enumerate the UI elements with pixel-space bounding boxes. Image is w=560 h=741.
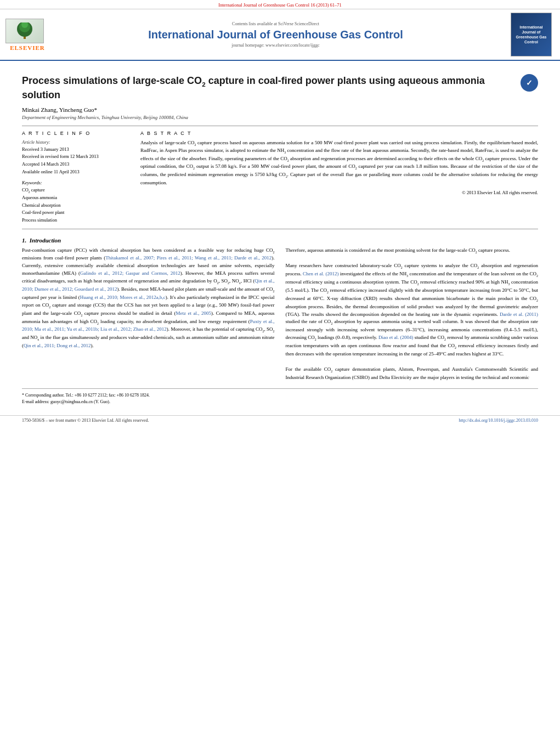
- main-content: Process simulations of large-scale CO2 c…: [0, 61, 560, 411]
- doi-text: http://dx.doi.org/10.1016/j.ijggc.2013.0…: [459, 418, 538, 423]
- keywords-list: CO2 capture Aqueous ammonia Chemical abs…: [22, 186, 132, 224]
- section-1-title: 1. Introduction: [22, 237, 538, 244]
- article-info-heading: A R T I C L E I N F O: [22, 131, 132, 136]
- article-title-section: Process simulations of large-scale CO2 c…: [22, 74, 538, 102]
- footnote-asterisk: * Corresponding author. Tel.: +86 10 627…: [22, 392, 538, 399]
- copyright-line: © 2013 Elsevier Ltd. All rights reserved…: [140, 190, 538, 195]
- elsevier-image: [5, 19, 44, 43]
- section-divider-1: [22, 126, 538, 126]
- footnote-area: * Corresponding author. Tel.: +86 10 627…: [22, 388, 538, 405]
- sciverse-link: Contents lists available at SciVerse Sci…: [49, 21, 502, 26]
- body-text-left: Post-combustion capture (PCC) with chemi…: [22, 247, 275, 350]
- article-title: Process simulations of large-scale CO2 c…: [22, 74, 514, 102]
- bottom-bar: 1750-5836/$ – see front matter © 2013 El…: [0, 415, 560, 425]
- affiliation-line: Department of Engineering Mechanics, Tsi…: [22, 115, 538, 120]
- journal-homepage: journal homepage: www.elsevier.com/locat…: [49, 43, 502, 48]
- issn-text: 1750-5836/$ – see front matter © 2013 El…: [22, 418, 149, 423]
- journal-title-area: Contents lists available at SciVerse Sci…: [49, 21, 502, 48]
- corner-journal-image: International Journal of Greenhouse Gas …: [511, 13, 552, 56]
- elsevier-logo-area: ELSEVIER: [5, 19, 49, 51]
- accepted-date: Accepted 14 March 2013: [22, 161, 132, 168]
- body-two-col: Post-combustion capture (PCC) with chemi…: [22, 247, 538, 382]
- revised-date: Received in revised form 12 March 2013: [22, 153, 132, 160]
- received-date: Received 3 January 2013: [22, 146, 132, 153]
- article-info-column: A R T I C L E I N F O Article history: R…: [22, 131, 132, 224]
- body-section: 1. Introduction Post-combustion capture …: [22, 237, 538, 382]
- body-text-right: Therefore, aqueous ammonia is considered…: [286, 247, 539, 382]
- section-divider-2: [22, 229, 538, 229]
- info-abstract-section: A R T I C L E I N F O Article history: R…: [22, 131, 538, 224]
- author-names: Minkai Zhang, Yincheng Guo*: [22, 106, 97, 113]
- journal-header: ELSEVIER Contents lists available at Sci…: [0, 9, 560, 61]
- body-col-left: Post-combustion capture (PCC) with chemi…: [22, 247, 275, 382]
- abstract-heading: A B S T R A C T: [140, 131, 538, 136]
- keywords-label: Keywords:: [22, 180, 132, 185]
- journal-title: International Journal of Greenhouse Gas …: [49, 28, 502, 41]
- journal-citation-bar: International Journal of Greenhouse Gas …: [0, 0, 560, 9]
- corner-image-area: International Journal of Greenhouse Gas …: [511, 13, 555, 56]
- available-date: Available online 11 April 2013: [22, 168, 132, 176]
- abstract-text: Analysis of large-scale CO2 capture proc…: [140, 139, 538, 186]
- journal-citation-text: International Journal of Greenhouse Gas …: [218, 2, 342, 8]
- body-col-right: Therefore, aqueous ammonia is considered…: [286, 247, 539, 382]
- elsevier-wordmark: ELSEVIER: [5, 44, 49, 51]
- authors-line: Minkai Zhang, Yincheng Guo*: [22, 106, 538, 113]
- footnote-email: E-mail address: guoyc@tsinghua.edu.cn (Y…: [22, 399, 538, 405]
- corner-title: International Journal of Greenhouse Gas …: [514, 25, 548, 44]
- abstract-column: A B S T R A C T Analysis of large-scale …: [140, 131, 538, 224]
- history-label: Article history:: [22, 139, 132, 145]
- crossmark-badge: ✓: [521, 74, 538, 92]
